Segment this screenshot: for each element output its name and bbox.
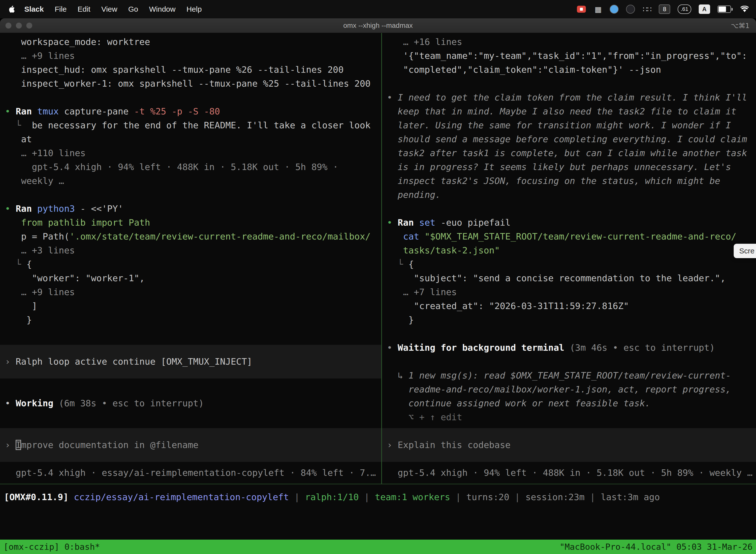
battery-percentage-badge[interactable]: .61	[678, 4, 691, 15]
terminal-line: workspace_mode: worktree	[0, 35, 381, 49]
terminal-pane-right[interactable]: … +16 lines '{"team_name":"my-team","tas…	[382, 33, 756, 484]
terminal-pane-left[interactable]: workspace_mode: worktree … +9 lines insp…	[0, 33, 381, 484]
prompt-input[interactable]: › Improve documentation in @filename	[0, 428, 381, 462]
terminal-line: gpt-5.4 xhigh · essay/ai-reimplementatio…	[0, 466, 381, 480]
terminal-line	[0, 383, 381, 396]
terminal-line: '{"team_name":"my-team","task_id":"1","f…	[382, 49, 756, 63]
tmux-status-bar: [omx-cczip] 0:bash* "MacBook-Pro-44.loca…	[0, 540, 756, 554]
apple-logo-svg	[9, 5, 15, 13]
menu-items: FileEditViewGoWindowHelp	[49, 5, 207, 13]
terminal-line: … +110 lines	[0, 146, 381, 160]
omx-status-line: [OMX#0.11.9] cczip/essay/ai-reimplementa…	[0, 484, 756, 504]
terminal-line: gpt-5.4 xhigh · 94% left · 488K in · 5.1…	[382, 466, 756, 480]
terminal-line: └ be necessary for the end of the README…	[0, 118, 381, 132]
terminal-line: └ {	[382, 258, 756, 271]
screen-notification[interactable]: Scre	[734, 244, 756, 258]
tmux-host-clock: "MacBook-Pro-44.local" 05:03 31-Mar-26	[560, 542, 753, 552]
terminal-line: }	[0, 313, 381, 327]
terminal-line: "subject": "send a concise recommendatio…	[382, 271, 756, 285]
terminal-line: • Ran python3 - <<'PY'	[0, 202, 381, 216]
traffic-lights	[0, 22, 32, 29]
terminal-line: "worker": "worker-1",	[0, 271, 381, 285]
battery-icon[interactable]	[717, 4, 733, 15]
terminal-line: cat "$OMX_TEAM_STATE_ROOT/team/review-cu…	[382, 230, 756, 243]
terminal-line: keep that in mind. Maybe I also need the…	[382, 105, 756, 118]
terminal-line: ↳ 1 new msg(s): read $OMX_TEAM_STATE_ROO…	[382, 369, 756, 383]
menu-app-name[interactable]: Slack	[19, 5, 49, 13]
terminal-line: pending.	[382, 188, 756, 202]
terminal-line	[0, 91, 381, 105]
terminal-line: … +7 lines	[382, 285, 756, 299]
app-icon-dark[interactable]	[626, 4, 635, 15]
menubar-status-icons: ▦∷∷8.61A	[577, 4, 749, 15]
close-button[interactable]	[5, 22, 11, 29]
minimize-button[interactable]	[16, 22, 22, 29]
terminal-line: └ {	[0, 258, 381, 271]
terminal-line: • Ran tmux capture-pane -t %25 -p -S -80	[0, 105, 381, 118]
tmux-panes: workspace_mode: worktree … +9 lines insp…	[0, 33, 756, 484]
terminal-line: inspect_hud: omx sparkshell --tmux-pane …	[0, 63, 381, 77]
window-title: omx --xhigh --madmax	[0, 21, 756, 30]
keyboard-icon[interactable]: ▦	[593, 4, 602, 15]
terminal-line	[0, 410, 381, 424]
menu-help[interactable]: Help	[181, 5, 207, 13]
input-source-icon[interactable]: A	[699, 4, 710, 15]
window-shortcut-hint: ⌥⌘1	[731, 22, 756, 30]
prompt-input[interactable]: › Explain this codebase	[382, 428, 756, 462]
menu-bar: Slack FileEditViewGoWindowHelp ▦∷∷8.61A	[0, 0, 756, 18]
menu-go[interactable]: Go	[123, 5, 144, 13]
terminal-line	[382, 327, 756, 341]
terminal-line	[382, 202, 756, 216]
terminal-line	[382, 77, 756, 91]
terminal-line: … +16 lines	[382, 35, 756, 49]
terminal-line: }	[382, 313, 756, 327]
terminal-line: ⌥ + ↑ edit	[382, 410, 756, 424]
terminal-line: "completed","claim_token":"claim-token"}…	[382, 63, 756, 77]
terminal-line: inspect task2's JSON, focusing on the st…	[382, 174, 756, 188]
terminal-line: inspect_worker-1: omx sparkshell --tmux-…	[0, 77, 381, 91]
launchpad-icon[interactable]: ∷∷	[642, 4, 651, 15]
terminal-line	[0, 327, 381, 341]
terminal-line	[382, 355, 756, 369]
terminal-line: later. Using the same for transition mig…	[382, 118, 756, 132]
terminal-line: • I need to get the claim token from the…	[382, 91, 756, 105]
terminal-line: should send a message before completing …	[382, 132, 756, 146]
zoom-button[interactable]	[26, 22, 32, 29]
menu-window[interactable]: Window	[144, 5, 181, 13]
terminal-line: continue assigned work or next feasible …	[382, 396, 756, 410]
terminal-line: is in progress? It seems likely but perh…	[382, 160, 756, 174]
terminal-window: omx --xhigh --madmax ⌥⌘1 workspace_mode:…	[0, 18, 756, 554]
terminal-line: • Waiting for background terminal (3m 46…	[382, 341, 756, 355]
terminal-line: • Ran set -euo pipefail	[382, 216, 756, 230]
terminal-line: ]	[0, 299, 381, 313]
terminal-line: … +9 lines	[0, 49, 381, 63]
terminal-line: tasks/task-2.json"	[382, 243, 756, 258]
terminal-line: from pathlib import Path	[0, 216, 381, 230]
terminal-line: p = Path('.omx/state/team/review-current…	[0, 230, 381, 243]
terminal-line: readme-and-reco/mailbox/worker-1.json, a…	[382, 383, 756, 396]
terminal-line: weekly …	[0, 174, 381, 188]
terminal-line	[0, 188, 381, 202]
menu-edit[interactable]: Edit	[72, 5, 96, 13]
window-titlebar[interactable]: omx --xhigh --madmax ⌥⌘1	[0, 18, 756, 33]
menu-view[interactable]: View	[96, 5, 123, 13]
menu-file[interactable]: File	[49, 5, 72, 13]
keycap-8-icon[interactable]: 8	[659, 4, 670, 15]
terminal-line: at	[0, 132, 381, 146]
screen-recording-indicator[interactable]	[577, 4, 586, 15]
terminal-line: … +9 lines	[0, 285, 381, 299]
apple-logo-icon[interactable]	[7, 5, 17, 13]
terminal-line: gpt-5.4 xhigh · 94% left · 488K in · 5.1…	[0, 160, 381, 174]
terminal-line: task2 after task1 is complete, but can I…	[382, 146, 756, 160]
app-icon-blue[interactable]	[610, 4, 619, 15]
wifi-icon[interactable]	[740, 4, 749, 15]
prompt-input[interactable]: › Ralph loop active continue [OMX_TMUX_I…	[0, 345, 381, 379]
terminal-line: • Working (6m 38s • esc to interrupt)	[0, 396, 381, 410]
terminal-line: … +3 lines	[0, 243, 381, 258]
tmux-session-label: [omx-cczip] 0:bash*	[3, 542, 100, 552]
terminal-line: "created_at": "2026-03-31T11:59:27.816Z"	[382, 299, 756, 313]
